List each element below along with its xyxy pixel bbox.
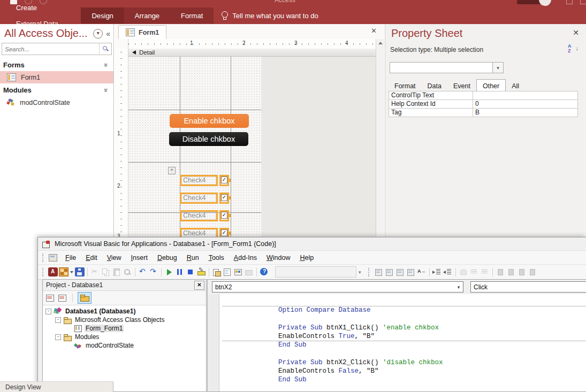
toggle-folders-icon[interactable] — [78, 292, 92, 304]
clear-bookmarks-icon[interactable] — [528, 267, 537, 276]
view-microsoft-access-icon[interactable] — [48, 267, 58, 276]
checkbox-control[interactable]: Check4 ✓ — [180, 175, 229, 186]
property-row[interactable]: ControlTip Text — [389, 91, 577, 100]
toolbar-grip[interactable] — [368, 268, 371, 276]
separator[interactable] — [492, 268, 493, 276]
toolbar-grip[interactable] — [42, 253, 45, 262]
tell-me-box[interactable]: Tell me what you want to do — [221, 11, 318, 20]
uncomment-block-icon[interactable] — [480, 267, 490, 276]
chevron-down-circle-icon[interactable]: ▾ — [93, 29, 103, 39]
menu-item[interactable]: Run — [182, 252, 204, 263]
close-document-icon[interactable]: ✕ — [371, 27, 377, 35]
undo-icon[interactable] — [138, 267, 148, 276]
redo-icon[interactable] — [149, 267, 158, 276]
close-icon[interactable]: ✕ — [194, 281, 204, 290]
nav-pane-header[interactable]: All Access Obje... ▾ « — [0, 24, 113, 42]
chevron-down-icon[interactable]: ▾ — [492, 63, 503, 73]
break-icon[interactable] — [175, 267, 185, 276]
project-explorer-icon[interactable] — [212, 267, 222, 276]
nav-search-box[interactable] — [2, 43, 112, 55]
code-editor[interactable]: Option Compare Database Private Sub btnX… — [219, 294, 586, 391]
toggle-bookmark-icon[interactable] — [496, 267, 505, 276]
project-tree-item[interactable]: - modControlState — [43, 341, 206, 350]
project-tree-item[interactable]: - Microsoft Access Class Objects — [43, 316, 206, 324]
menu-item[interactable]: Debug — [153, 252, 182, 263]
reset-icon[interactable] — [186, 267, 195, 276]
menu-item[interactable]: Window — [262, 252, 295, 263]
search-input[interactable] — [2, 46, 99, 52]
property-value[interactable]: B — [473, 109, 577, 117]
ribbon-tab-contextual[interactable]: Format — [170, 7, 214, 24]
expander-icon[interactable]: - — [55, 317, 61, 323]
quick-info-icon[interactable] — [395, 267, 405, 276]
tab-form1[interactable]: Form1 — [118, 25, 166, 40]
menu-item[interactable]: View — [102, 252, 126, 263]
collapse-pane-icon[interactable]: « — [106, 29, 110, 38]
project-tree-item[interactable]: - Modules — [43, 333, 206, 341]
comment-block-icon[interactable] — [469, 267, 479, 276]
move-handle-icon[interactable]: + — [168, 167, 176, 174]
project-explorer-header[interactable]: Project - Database1 ✕ — [43, 280, 206, 291]
cut-icon[interactable] — [90, 267, 100, 276]
minimize-button[interactable] — [566, 0, 573, 4]
previous-bookmark-icon[interactable] — [517, 267, 527, 276]
menu-item[interactable]: Insert — [126, 252, 153, 263]
restore-button[interactable] — [580, 0, 586, 4]
expander-icon[interactable]: - — [55, 334, 61, 340]
detail-grid[interactable]: Enable chkbox Disable chkbox + Check4 ✓ … — [128, 57, 261, 237]
separator[interactable] — [87, 268, 88, 276]
list-properties-icon[interactable] — [374, 267, 384, 276]
run-icon[interactable] — [164, 267, 174, 276]
separator[interactable] — [455, 268, 456, 276]
menu-item[interactable]: Add-Ins — [229, 252, 262, 263]
avatar[interactable] — [539, 0, 551, 6]
close-icon[interactable]: ✕ — [573, 28, 579, 37]
nav-item-form1[interactable]: Form1 — [0, 71, 113, 83]
search-icon[interactable] — [99, 43, 111, 55]
find-icon[interactable] — [123, 267, 132, 276]
view-code-icon[interactable] — [45, 294, 55, 302]
list-constants-icon[interactable] — [385, 267, 394, 276]
insert-userform-icon[interactable] — [59, 267, 69, 276]
toolbox-icon[interactable] — [244, 267, 254, 276]
ribbon-tab-contextual[interactable]: Design — [81, 7, 124, 24]
menu-item[interactable]: File — [60, 252, 81, 263]
separator[interactable] — [256, 268, 257, 276]
insert-dropdown-icon[interactable] — [70, 267, 74, 276]
selection-combo[interactable]: ▾ — [390, 62, 504, 73]
view-object-icon[interactable] — [58, 294, 67, 302]
code-margin-indicator-bar[interactable] — [208, 294, 219, 391]
paste-icon[interactable] — [112, 267, 121, 276]
help-icon[interactable] — [260, 267, 269, 276]
copy-icon[interactable] — [101, 267, 111, 276]
detail-section-bar[interactable]: Detail — [128, 49, 376, 57]
horizontal-ruler[interactable]: 1234 — [128, 39, 376, 49]
disable-chkbox-button[interactable]: Disable chkbox — [169, 132, 248, 146]
separator[interactable] — [135, 268, 135, 276]
menu-item[interactable]: Edit — [81, 252, 102, 263]
design-mode-icon[interactable] — [196, 267, 206, 276]
nav-section-forms[interactable]: Forms » — [0, 58, 113, 71]
ribbon-tab-contextual[interactable]: Arrange — [124, 7, 170, 24]
enable-chkbox-button[interactable]: Enable chkbox — [170, 114, 249, 128]
outdent-icon[interactable] — [443, 267, 453, 276]
toggle-breakpoint-icon[interactable] — [459, 267, 468, 276]
property-row[interactable]: Tag B — [389, 109, 577, 117]
separator[interactable] — [209, 268, 209, 276]
toolbar-overflow-icon[interactable]: ▾ — [359, 270, 364, 275]
procedure-dropdown[interactable]: Click — [470, 281, 586, 293]
vertical-ruler[interactable]: 123 — [115, 49, 128, 237]
next-bookmark-icon[interactable] — [506, 267, 516, 276]
expander-icon[interactable]: - — [45, 309, 51, 314]
project-tree-item[interactable]: - Database1 (Database1) — [43, 307, 206, 316]
design-vertical-scrollbar[interactable] — [376, 39, 384, 237]
indent-icon[interactable] — [432, 267, 442, 276]
collapse-section-icon[interactable]: » — [102, 88, 110, 92]
chevron-down-icon[interactable]: ▾ — [454, 285, 463, 290]
save-icon[interactable] — [75, 267, 85, 276]
property-value[interactable]: 0 — [473, 100, 577, 108]
system-menu-icon[interactable] — [49, 254, 57, 262]
complete-word-icon[interactable] — [417, 267, 427, 276]
object-browser-icon[interactable] — [233, 267, 243, 276]
property-value[interactable] — [473, 91, 577, 99]
